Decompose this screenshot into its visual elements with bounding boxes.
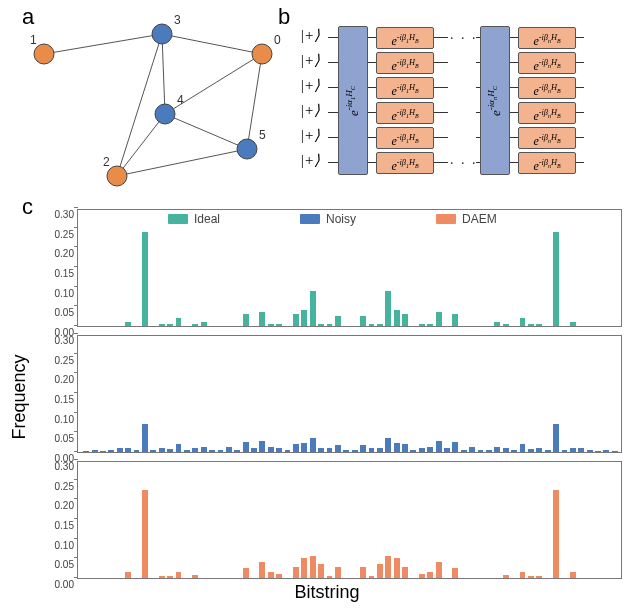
bar [385, 291, 391, 326]
ket-label: |+⟩ [300, 76, 326, 94]
wire [432, 37, 448, 38]
graph-node [237, 139, 257, 159]
bar [259, 562, 265, 578]
y-tick: 0.30 [44, 209, 74, 220]
graph-node-label: 3 [174, 14, 181, 27]
legend-item: DAEM [436, 212, 497, 226]
y-tick-mark [74, 207, 78, 208]
legend: IdealNoisyDAEM [168, 212, 497, 226]
bar [402, 444, 408, 452]
bar [268, 324, 274, 326]
panel-a: a 012345 [22, 4, 274, 194]
bar [159, 324, 165, 326]
bar [486, 450, 492, 452]
bar [318, 324, 324, 326]
bar [318, 448, 324, 452]
bar [293, 567, 299, 578]
ket-label: |+⟩ [300, 126, 326, 144]
y-tick: 0.20 [44, 500, 74, 511]
bar [553, 424, 559, 452]
graph-node [155, 104, 175, 124]
bar [377, 448, 383, 452]
y-tick-mark [74, 577, 78, 578]
mixer-gate: e-iβ1HB [376, 102, 434, 124]
bar [494, 447, 500, 452]
y-tick: 0.00 [44, 579, 74, 590]
bar [134, 450, 140, 452]
bar [176, 318, 182, 326]
legend-label: Noisy [326, 212, 356, 226]
bar [125, 322, 131, 326]
legend-label: Ideal [194, 212, 220, 226]
bar [360, 567, 366, 578]
bar [117, 448, 123, 452]
bar [369, 324, 375, 326]
bar [419, 574, 425, 578]
bar [310, 291, 316, 326]
y-tick-mark [74, 333, 78, 334]
y-tick-mark [74, 557, 78, 558]
y-tick-mark [74, 266, 78, 267]
y-tick: 0.15 [44, 394, 74, 405]
graph-node [107, 166, 127, 186]
mixer-gate: e-iβnHB [518, 77, 576, 99]
y-tick-mark [74, 431, 78, 432]
bar [469, 447, 475, 452]
bar [285, 450, 291, 452]
graph-edge [117, 149, 247, 176]
bar [436, 562, 442, 578]
mixer-gate: e-iβ1HB [376, 127, 434, 149]
graph-node [252, 44, 272, 64]
y-tick-mark [74, 538, 78, 539]
panel-b: b |+⟩e-iβ1HBe-iβnHB|+⟩e-iβ1HBe-iβnHB|+⟩e… [278, 4, 628, 194]
bar [335, 316, 341, 326]
graph-edge [44, 34, 162, 54]
bar [419, 448, 425, 452]
bar [201, 447, 207, 452]
bar [612, 451, 618, 452]
bar [293, 314, 299, 326]
y-axis-label: Frequency [9, 354, 30, 439]
bar [452, 314, 458, 326]
bar [192, 575, 198, 578]
bar [268, 572, 274, 578]
legend-swatch [300, 214, 320, 224]
y-tick: 0.25 [44, 228, 74, 239]
y-tick: 0.10 [44, 413, 74, 424]
bar [167, 449, 173, 452]
y-tick-mark [74, 451, 78, 452]
graph-diagram: 012345 [22, 14, 282, 194]
bar [192, 448, 198, 452]
bar [419, 324, 425, 326]
bar [318, 564, 324, 578]
bar [410, 450, 416, 452]
bar [327, 324, 333, 326]
bar [394, 443, 400, 452]
cost-gate-n-label: e-iαnHC [486, 85, 503, 115]
legend-swatch [168, 214, 188, 224]
bar [494, 322, 500, 326]
bar [603, 450, 609, 452]
bar [108, 450, 114, 452]
subplot-daem: 0.000.050.100.150.200.250.30 [77, 461, 622, 579]
y-tick: 0.15 [44, 268, 74, 279]
bar [92, 450, 98, 452]
y-tick-mark [74, 412, 78, 413]
bar [125, 448, 131, 452]
ket-label: |+⟩ [300, 26, 326, 44]
bar [369, 576, 375, 578]
y-tick: 0.15 [44, 520, 74, 531]
bar [402, 314, 408, 326]
bar [377, 324, 383, 326]
bar [377, 564, 383, 578]
wire [328, 112, 338, 113]
graph-edge [117, 34, 162, 176]
bar [528, 449, 534, 452]
bar [150, 450, 156, 452]
y-tick: 0.30 [44, 461, 74, 472]
bar [218, 450, 224, 452]
bar [427, 572, 433, 578]
bar [553, 490, 559, 579]
bar [276, 448, 282, 452]
bar [520, 444, 526, 452]
